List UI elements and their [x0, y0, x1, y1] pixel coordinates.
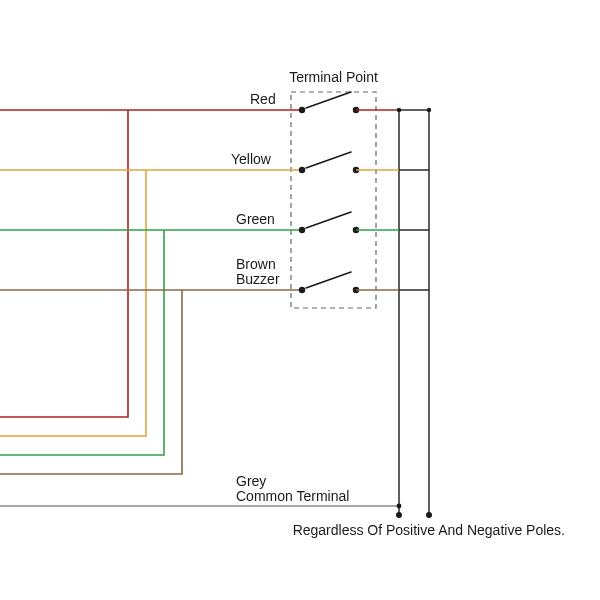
switch-green-left [299, 227, 305, 233]
switch-red-left [299, 107, 305, 113]
wiring-diagram: Terminal PointRedYellowGreenBrownBuzzerG… [0, 0, 600, 600]
label-common: Common Terminal [236, 488, 349, 504]
wire-red-return [0, 110, 128, 417]
switch-red-blade [306, 92, 351, 108]
inner-rail-top [397, 108, 401, 112]
bottom-caption: Regardless Of Positive And Negative Pole… [293, 522, 565, 538]
label-brown: Buzzer [236, 271, 280, 287]
outer-rail-top [427, 108, 431, 112]
label-red: Red [250, 91, 276, 107]
outer-rail-terminal [426, 512, 432, 518]
switch-yellow-blade [306, 152, 351, 168]
common-junction [397, 504, 402, 509]
wire-yellow-return [0, 170, 146, 436]
label-brown: Brown [236, 256, 276, 272]
terminal-point-box [291, 92, 376, 308]
label-yellow: Yellow [231, 151, 272, 167]
wire-brown-return [0, 290, 182, 474]
terminal-point-title: Terminal Point [289, 69, 378, 85]
label-common: Grey [236, 473, 266, 489]
wire-green-return [0, 230, 164, 455]
inner-rail-terminal [396, 512, 402, 518]
switch-brown-blade [306, 272, 351, 288]
label-green: Green [236, 211, 275, 227]
switch-yellow-left [299, 167, 305, 173]
switch-green-blade [306, 212, 351, 228]
switch-brown-left [299, 287, 305, 293]
